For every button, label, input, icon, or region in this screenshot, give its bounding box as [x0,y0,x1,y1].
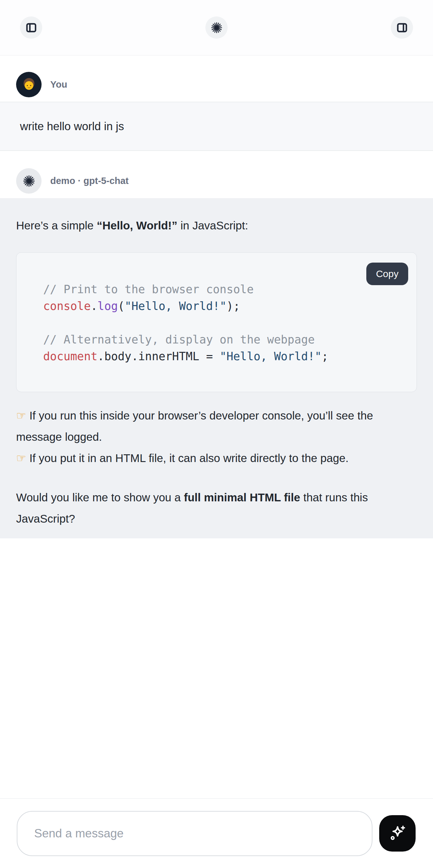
code-comment: // Alternatively, display on the webpage [43,333,315,346]
copy-code-button[interactable]: Copy [366,262,408,285]
left-sidebar-toggle-button[interactable] [20,17,42,39]
code-line-comment-2: // Alternatively, display on the webpage [43,331,404,348]
code-block: Copy // Print to the browser console con… [16,252,417,392]
panel-right-icon [396,22,408,34]
intro-text: Here’s a simple [16,219,97,232]
code-token: ; [321,350,328,363]
code-token: document [43,350,98,363]
panel-left-icon [25,22,37,34]
starburst-icon [210,21,223,34]
assistant-message-header: demo · gpt-5-chat [0,151,433,198]
tip-text: If you put it in an HTML file, it can al… [29,452,349,464]
pointing-right-emoji-icon: ☞ [16,452,26,465]
code-token: = [199,350,220,363]
model-starburst-button[interactable] [206,17,228,39]
assistant-intro-paragraph: Here’s a simple “Hello, World!” in JavaS… [16,215,417,236]
sparkle-icon [387,823,408,844]
intro-text-after: in JavaScript: [177,219,248,232]
person-emoji-icon [21,76,37,93]
message-input[interactable] [17,811,372,856]
tip-line: ☞ If you put it in an HTML file, it can … [16,447,417,469]
right-panel-toggle-button[interactable] [391,17,413,39]
user-avatar [16,72,41,97]
code-string: "Hello, World!" [125,300,226,313]
send-button[interactable] [379,815,415,851]
code-token: ); [226,300,240,313]
closing-text: Would you like me to show you a [16,491,184,504]
tip-text: If you run this inside your browser’s de… [16,409,373,443]
top-bar [0,0,433,55]
code-token: console [43,300,91,313]
code-token: .body.innerHTML [98,350,199,363]
user-message-header: You [0,55,433,102]
assistant-tips: ☞ If you run this inside your browser’s … [16,405,417,469]
pointing-right-emoji-icon: ☞ [16,409,26,422]
starburst-icon [22,174,36,188]
code-line-document-write: document.body.innerHTML = "Hello, World!… [43,348,404,365]
composer-bar [0,798,433,868]
assistant-closing-paragraph: Would you like me to show you a full min… [16,487,417,529]
code-line-comment-1: // Print to the browser console [43,281,404,298]
user-name-label: You [50,79,67,90]
tip-line: ☞ If you run this inside your browser’s … [16,405,417,447]
assistant-name-label: demo · gpt-5-chat [50,176,128,186]
assistant-avatar [16,168,41,194]
code-comment: // Print to the browser console [43,283,253,296]
code-token: log [98,300,118,313]
code-line-console-log: console.log("Hello, World!"); [43,298,404,314]
code-string: "Hello, World!" [220,350,321,363]
user-message: write hello world in js [0,102,433,151]
code-token: ( [118,300,125,313]
closing-bold-text: full minimal HTML file [184,491,300,504]
code-token: . [91,300,98,313]
assistant-message: Here’s a simple “Hello, World!” in JavaS… [0,198,433,538]
code-line-blank [43,314,404,331]
intro-bold-text: “Hello, World!” [97,219,177,232]
user-message-text: write hello world in js [20,120,124,133]
